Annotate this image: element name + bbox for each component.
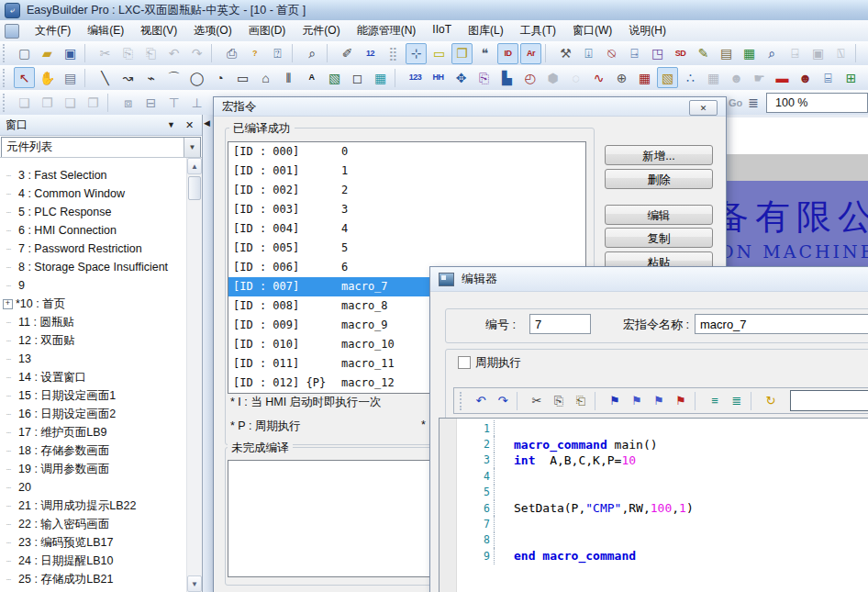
- data-block-icon[interactable]: ▦: [703, 67, 724, 88]
- context-help-icon[interactable]: ⍰: [267, 43, 288, 64]
- code-line[interactable]: 8: [456, 532, 868, 548]
- download-icon[interactable]: ⍗: [578, 43, 599, 64]
- help-icon[interactable]: ?: [244, 43, 265, 64]
- toggle-switch-icon[interactable]: ⎘: [473, 67, 495, 88]
- menu-draw[interactable]: 画图(D): [240, 20, 295, 41]
- window-list-item[interactable]: ┄13: [0, 350, 202, 368]
- add-bookmark-icon[interactable]: ⚑: [605, 391, 625, 411]
- menu-tool[interactable]: 工具(T): [512, 20, 564, 41]
- menu-window[interactable]: 窗口(W): [564, 20, 620, 41]
- code-line[interactable]: 9end macro_command: [456, 548, 868, 564]
- macro-id-input[interactable]: [529, 314, 591, 334]
- window-list-item[interactable]: ┄26: [0, 588, 202, 592]
- usb-download-icon[interactable]: ⍈: [624, 43, 645, 64]
- text-icon[interactable]: A: [301, 67, 322, 88]
- undo-icon[interactable]: ↶: [471, 391, 491, 411]
- picture-icon[interactable]: ▧: [324, 67, 345, 88]
- operator-gray-icon[interactable]: ☻: [726, 67, 747, 88]
- event-log-icon[interactable]: ☻: [795, 67, 816, 88]
- database-icon[interactable]: ≋: [863, 67, 868, 88]
- window-list-item[interactable]: ┄9: [0, 276, 202, 295]
- edit-macro-button[interactable]: 编辑: [605, 205, 713, 225]
- save-icon[interactable]: ▣: [60, 43, 81, 64]
- window-list-item[interactable]: ┄16 : 日期设定画面2: [0, 405, 202, 423]
- code-line[interactable]: 3int A,B,C,K,P=10: [456, 452, 868, 468]
- compile-icon[interactable]: ✐: [337, 43, 358, 64]
- trend-icon[interactable]: ∿: [588, 67, 609, 88]
- print-icon[interactable]: ⎙: [221, 43, 242, 64]
- cut-icon[interactable]: ✂: [95, 43, 116, 64]
- new-file-icon[interactable]: ▢: [14, 43, 35, 64]
- sd-icon[interactable]: SD: [670, 43, 691, 64]
- window-list-item[interactable]: ┄25 : 存储成功LB21: [0, 570, 202, 588]
- copy-macro-button[interactable]: 复制: [605, 228, 713, 248]
- compass-icon[interactable]: ⊕: [611, 67, 632, 88]
- picture-view-icon[interactable]: ▧: [657, 67, 678, 88]
- scatter-icon[interactable]: ∴: [680, 67, 701, 88]
- code-editor[interactable]: 12macro_command main()3int A,B,C,K,P=104…: [439, 418, 868, 592]
- find-icon[interactable]: ⌕: [302, 43, 323, 64]
- overlap-windows-icon[interactable]: ❐: [451, 43, 473, 64]
- object-properties-icon[interactable]: ▤: [60, 67, 81, 88]
- layers-icon[interactable]: ≣: [748, 95, 759, 110]
- send-back-icon[interactable]: ❐: [37, 92, 58, 113]
- pan-icon[interactable]: ✋: [37, 67, 58, 88]
- code-line[interactable]: 5: [456, 485, 868, 500]
- numeric-object-icon[interactable]: 123: [405, 67, 426, 88]
- delete-macro-button[interactable]: 删除: [605, 169, 713, 189]
- code-line[interactable]: 4: [456, 468, 868, 484]
- next-bookmark-icon[interactable]: ⚑: [627, 391, 647, 411]
- window-panel-header[interactable]: 窗口 ▼ ✕: [0, 115, 202, 136]
- undo-icon[interactable]: ↶: [163, 43, 184, 64]
- periodic-checkbox[interactable]: [458, 356, 471, 369]
- menu-iiot[interactable]: IIoT: [424, 20, 460, 41]
- hmi-info-icon[interactable]: ⍂: [830, 43, 851, 64]
- menu-help[interactable]: 说明(H): [620, 20, 674, 41]
- window-size-icon[interactable]: 12: [360, 43, 381, 64]
- prev-bookmark-icon[interactable]: ⚑: [649, 391, 669, 411]
- copy-icon[interactable]: ⎘: [117, 43, 139, 64]
- redo-icon[interactable]: ↷: [493, 391, 513, 411]
- select-icon[interactable]: ↖: [14, 67, 35, 88]
- macro-list-row[interactable]: [ID : 003]3: [228, 200, 585, 219]
- system-settings-icon[interactable]: ⚒: [555, 43, 576, 64]
- macro-list-row[interactable]: [ID : 004]4: [228, 219, 585, 239]
- code-line[interactable]: 1: [456, 420, 868, 436]
- object-list-select[interactable]: 元件列表 ▼: [1, 137, 201, 158]
- menu-edit[interactable]: 编辑(E): [79, 20, 132, 41]
- window-list-item[interactable]: ┄20: [0, 478, 202, 497]
- window-list-item[interactable]: ┄4 : Common Window: [0, 184, 202, 203]
- window-list-item[interactable]: ┄23 : 编码预览LB17: [0, 533, 202, 552]
- window-list-item[interactable]: ┄22 : 输入密码画面: [0, 515, 202, 533]
- snap-icon[interactable]: ⊹: [406, 43, 427, 64]
- panel-close-icon[interactable]: ✕: [183, 119, 196, 131]
- scroll-down-icon[interactable]: ▼: [187, 575, 202, 592]
- octagon-icon[interactable]: ⬢: [542, 67, 563, 88]
- close-button[interactable]: ✕: [689, 100, 718, 116]
- document-icon[interactable]: [5, 24, 19, 39]
- window-list-item[interactable]: ┄15 : 日期设定画面1: [0, 386, 202, 405]
- usb-icon[interactable]: ⍈: [785, 43, 806, 64]
- disk-icon[interactable]: ▣: [807, 43, 829, 64]
- grid-table-icon[interactable]: ▦: [370, 67, 391, 88]
- ellipse-icon[interactable]: ◯: [186, 67, 207, 88]
- window-list-item[interactable]: ┄6 : HMI Connection: [0, 221, 202, 240]
- build-icon[interactable]: ◳: [647, 43, 668, 64]
- window-list-item[interactable]: ┄12 : 双面贴: [0, 331, 202, 350]
- go-button[interactable]: Go: [729, 97, 742, 108]
- calendar-icon[interactable]: ⊞: [840, 67, 862, 88]
- open-folder-icon[interactable]: ▰: [37, 43, 58, 64]
- arc-icon[interactable]: ⌒: [163, 67, 184, 88]
- menu-file[interactable]: 文件(F): [27, 20, 79, 41]
- window-list-item[interactable]: ┄17 : 维护页面LB9: [0, 423, 202, 441]
- line-icon[interactable]: ╲: [95, 67, 116, 88]
- scroll-up-icon[interactable]: ▲: [187, 158, 202, 174]
- bezier-icon[interactable]: ↝: [117, 67, 139, 88]
- bring-forward-icon[interactable]: ❏: [60, 92, 81, 113]
- align-top-icon[interactable]: ⊤: [163, 92, 184, 113]
- window-property-icon[interactable]: ▭: [428, 43, 450, 64]
- window-list-item[interactable]: ┄5 : PLC Response: [0, 203, 202, 221]
- schedule-icon[interactable]: ⌸: [818, 67, 839, 88]
- frame-icon[interactable]: ◻: [347, 67, 368, 88]
- code-line[interactable]: 2macro_command main(): [456, 436, 868, 452]
